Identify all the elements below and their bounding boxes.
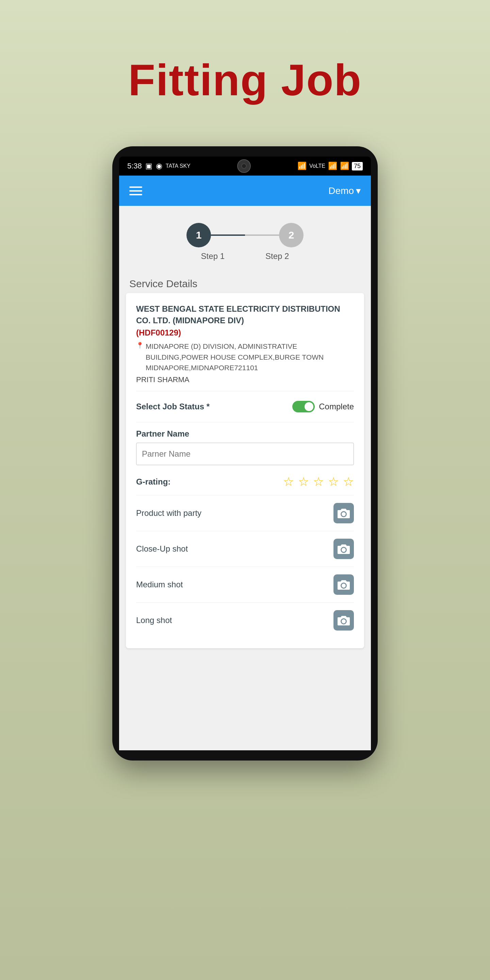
partner-name-label: Partner Name (136, 429, 354, 439)
user-menu-button[interactable]: Demo ▾ (328, 185, 361, 196)
step2-circle: 2 (279, 223, 304, 247)
step1-label: Step 1 (201, 251, 224, 261)
steps-row: 1 2 (140, 223, 350, 247)
app-bar: Demo ▾ (119, 176, 371, 206)
pin-icon: 📍 (136, 341, 143, 373)
service-details-title: Service Details (119, 271, 371, 293)
partner-name-input[interactable] (136, 443, 354, 465)
star-2[interactable]: ☆ (298, 475, 309, 489)
toggle-group: Complete (292, 401, 354, 412)
job-status-value: Complete (319, 402, 354, 411)
step-line (211, 234, 279, 236)
signal-icon2: 📶 (340, 162, 349, 170)
camera-button-1[interactable] (334, 503, 354, 523)
camera-button-4[interactable] (334, 610, 354, 630)
battery-display: 75 (352, 162, 363, 170)
company-name: WEST BENGAL STATE ELECTRICITY DISTRIBUTI… (136, 303, 354, 326)
photo-row-2: Close-Up shot (136, 531, 354, 566)
service-card: WEST BENGAL STATE ELECTRICITY DISTRIBUTI… (126, 293, 364, 648)
rating-label: G-rating: (136, 477, 170, 487)
photo-label-4: Long shot (136, 616, 172, 625)
star-1[interactable]: ☆ (283, 475, 294, 489)
sim-icon1: ▣ (145, 162, 153, 170)
menu-button[interactable] (129, 186, 142, 195)
step2-label: Step 2 (266, 251, 289, 261)
page-title: Fitting Job (128, 54, 362, 105)
phone-frame: 5:38 ▣ ◉ TATA SKY 📶 VoLTE 📶 📶 75 Demo ▾ (112, 146, 378, 760)
rating-row: G-rating: ☆ ☆ ☆ ☆ ☆ (136, 469, 354, 495)
user-label: Demo (328, 185, 354, 196)
address: 📍 MIDNAPORE (D) DIVISION, ADMINISTRATIVE… (136, 341, 354, 373)
steps-container: 1 2 Step 1 Step 2 (119, 206, 371, 271)
partner-section: Partner Name (136, 426, 354, 469)
divider-1 (136, 391, 354, 391)
camera-button-3[interactable] (334, 574, 354, 595)
dropdown-icon: ▾ (356, 185, 361, 196)
status-left: 5:38 ▣ ◉ TATA SKY (127, 162, 191, 170)
wifi-icon: 📶 (298, 162, 307, 170)
step1-circle: 1 (186, 223, 211, 247)
screen-content: 1 2 Step 1 Step 2 Service Details WEST B… (119, 206, 371, 750)
stars-container[interactable]: ☆ ☆ ☆ ☆ ☆ (283, 475, 354, 489)
photo-label-3: Medium shot (136, 580, 183, 589)
job-status-toggle[interactable] (292, 401, 315, 412)
photo-row-3: Medium shot (136, 566, 354, 602)
star-3[interactable]: ☆ (313, 475, 324, 489)
star-5[interactable]: ☆ (343, 475, 354, 489)
volte-icon: VoLTE (309, 163, 325, 169)
time-display: 5:38 (127, 162, 142, 170)
camera-button-2[interactable] (334, 539, 354, 559)
tata-sky-icon: TATA SKY (166, 163, 191, 169)
camera-notch (237, 159, 251, 173)
job-status-label: Select Job Status * (136, 402, 210, 411)
photo-row-4: Long shot (136, 602, 354, 638)
photo-label-2: Close-Up shot (136, 544, 188, 554)
customer-name: PRITI SHARMA (136, 375, 354, 384)
status-bar: 5:38 ▣ ◉ TATA SKY 📶 VoLTE 📶 📶 75 (119, 156, 371, 176)
order-id: (HDF00129) (136, 328, 354, 337)
signal-icon1: 📶 (328, 162, 337, 170)
address-text: MIDNAPORE (D) DIVISION, ADMINISTRATIVE B… (146, 341, 354, 373)
sim-icon2: ◉ (156, 162, 162, 170)
divider-2 (136, 422, 354, 422)
photo-label-1: Product with party (136, 508, 202, 518)
steps-labels: Step 1 Step 2 (140, 251, 350, 261)
job-status-row: Select Job Status * Complete (136, 395, 354, 418)
status-right: 📶 VoLTE 📶 📶 75 (298, 162, 363, 170)
star-4[interactable]: ☆ (328, 475, 339, 489)
photo-row-1: Product with party (136, 495, 354, 531)
